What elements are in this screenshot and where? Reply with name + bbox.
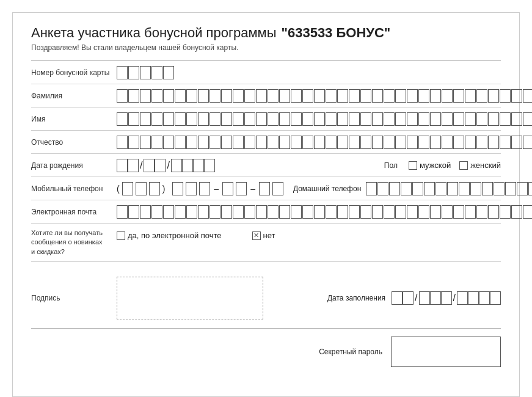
surname-boxes-box-32[interactable] <box>476 89 487 103</box>
name-boxes-box-15[interactable] <box>279 112 290 126</box>
email-boxes-box-25[interactable] <box>395 205 406 219</box>
fd-d2[interactable] <box>403 291 414 305</box>
name-boxes-box-4[interactable] <box>151 112 162 126</box>
name-boxes-box-22[interactable] <box>360 112 371 126</box>
surname-boxes-box-7[interactable] <box>186 89 197 103</box>
card-box-1[interactable] <box>117 66 128 79</box>
home-phone-boxes-box-7[interactable] <box>435 182 446 195</box>
email-boxes-box-36[interactable] <box>523 205 532 219</box>
fd-m3[interactable] <box>441 291 452 305</box>
email-boxes-box-19[interactable] <box>326 205 337 219</box>
name-boxes-box-10[interactable] <box>221 112 232 126</box>
male-option[interactable]: мужской <box>409 161 451 170</box>
surname-boxes-box-17[interactable] <box>302 89 313 103</box>
surname-boxes-box-35[interactable] <box>511 89 522 103</box>
surname-boxes-box-6[interactable] <box>175 89 186 103</box>
name-boxes-box-6[interactable] <box>175 112 186 126</box>
card-box-2[interactable] <box>128 66 139 79</box>
email-boxes-box-7[interactable] <box>186 205 197 219</box>
patronymic-boxes-box-9[interactable] <box>210 136 220 149</box>
fd-y2[interactable] <box>468 291 479 305</box>
patronymic-boxes-box-2[interactable] <box>128 136 139 149</box>
name-boxes-box-12[interactable] <box>244 112 255 126</box>
surname-boxes-box-26[interactable] <box>407 89 418 103</box>
email-boxes-box-22[interactable] <box>360 205 371 219</box>
home-phone-boxes-box-1[interactable] <box>366 182 377 195</box>
patronymic-boxes-box-3[interactable] <box>140 136 151 149</box>
name-boxes-box-11[interactable] <box>233 112 244 126</box>
email-boxes-box-17[interactable] <box>302 205 313 219</box>
name-boxes-box-34[interactable] <box>500 112 511 126</box>
name-boxes-box-1[interactable] <box>117 112 128 126</box>
email-boxes-box-10[interactable] <box>221 205 232 219</box>
name-boxes-box-30[interactable] <box>453 112 464 126</box>
email-boxes-box-6[interactable] <box>175 205 186 219</box>
ph-p2-2[interactable] <box>236 182 247 195</box>
surname-boxes-box-23[interactable] <box>372 89 383 103</box>
email-boxes-box-3[interactable] <box>140 205 151 219</box>
fd-y4[interactable] <box>490 291 501 305</box>
patronymic-boxes-box-29[interactable] <box>442 136 453 149</box>
fd-d1[interactable] <box>392 291 403 305</box>
surname-boxes-box-2[interactable] <box>128 89 139 103</box>
patronymic-boxes-box-21[interactable] <box>349 136 360 149</box>
patronymic-boxes-box-8[interactable] <box>198 136 209 149</box>
patronymic-boxes-box-31[interactable] <box>465 136 476 149</box>
surname-boxes-box-31[interactable] <box>465 89 476 103</box>
surname-boxes-box-9[interactable] <box>210 89 220 103</box>
patronymic-boxes-box-19[interactable] <box>326 136 337 149</box>
home-phone-boxes-box-12[interactable] <box>494 182 505 195</box>
surname-boxes-box-15[interactable] <box>279 89 290 103</box>
name-boxes-box-26[interactable] <box>407 112 418 126</box>
surname-boxes-box-5[interactable] <box>163 89 174 103</box>
email-boxes-box-30[interactable] <box>453 205 464 219</box>
patronymic-boxes-box-28[interactable] <box>430 136 441 149</box>
surname-boxes-box-24[interactable] <box>384 89 395 103</box>
card-box-3[interactable] <box>140 66 151 79</box>
home-phone-boxes-box-6[interactable] <box>424 182 435 195</box>
ph-p3-1[interactable] <box>259 182 270 195</box>
bd-y4[interactable] <box>204 159 215 172</box>
home-phone-boxes-box-15[interactable] <box>528 182 532 195</box>
patronymic-boxes-box-16[interactable] <box>291 136 302 149</box>
surname-boxes-box-8[interactable] <box>198 89 209 103</box>
bd-y1[interactable] <box>171 159 182 172</box>
email-boxes-box-29[interactable] <box>442 205 453 219</box>
email-boxes-box-11[interactable] <box>233 205 244 219</box>
surname-boxes-box-16[interactable] <box>291 89 302 103</box>
fd-y3[interactable] <box>479 291 490 305</box>
name-boxes-box-8[interactable] <box>198 112 209 126</box>
email-boxes-box-12[interactable] <box>244 205 255 219</box>
surname-boxes-box-3[interactable] <box>140 89 151 103</box>
bd-m1[interactable] <box>144 159 155 172</box>
name-boxes-box-19[interactable] <box>326 112 337 126</box>
name-boxes-box-20[interactable] <box>337 112 348 126</box>
patronymic-boxes-box-26[interactable] <box>407 136 418 149</box>
surname-boxes-box-34[interactable] <box>500 89 511 103</box>
surname-boxes-box-30[interactable] <box>453 89 464 103</box>
name-boxes-box-3[interactable] <box>140 112 151 126</box>
name-boxes-box-36[interactable] <box>523 112 532 126</box>
name-boxes-box-31[interactable] <box>465 112 476 126</box>
name-boxes-box-18[interactable] <box>314 112 325 126</box>
fd-y1[interactable] <box>457 291 468 305</box>
surname-boxes-box-21[interactable] <box>349 89 360 103</box>
email-boxes-box-26[interactable] <box>407 205 418 219</box>
surname-boxes-box-14[interactable] <box>268 89 279 103</box>
email-boxes-box-21[interactable] <box>349 205 360 219</box>
name-boxes-box-35[interactable] <box>511 112 522 126</box>
email-boxes-box-4[interactable] <box>151 205 162 219</box>
bd-m2[interactable] <box>155 159 166 172</box>
email-boxes-box-18[interactable] <box>314 205 325 219</box>
surname-boxes-box-29[interactable] <box>442 89 453 103</box>
patronymic-boxes-box-14[interactable] <box>268 136 279 149</box>
secret-password-box[interactable] <box>391 337 501 367</box>
patronymic-boxes-box-30[interactable] <box>453 136 464 149</box>
fd-m2[interactable] <box>430 291 441 305</box>
email-boxes-box-9[interactable] <box>210 205 220 219</box>
no-option[interactable]: ✕ нет <box>252 231 275 240</box>
email-boxes-box-16[interactable] <box>291 205 302 219</box>
signature-box[interactable] <box>117 277 263 319</box>
ph-p1-3[interactable] <box>199 182 210 195</box>
patronymic-boxes-box-5[interactable] <box>163 136 174 149</box>
